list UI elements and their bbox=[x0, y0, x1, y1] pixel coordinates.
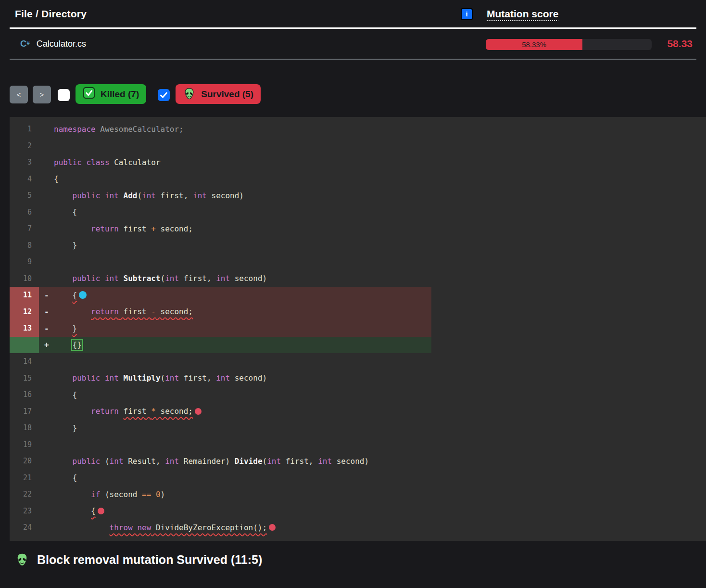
line-number: 1 bbox=[10, 121, 39, 138]
code-line: 9 bbox=[10, 254, 706, 270]
code-line: 21 { bbox=[10, 470, 706, 486]
line-number: 19 bbox=[10, 436, 39, 453]
line-number: 8 bbox=[10, 237, 39, 254]
alien-icon bbox=[14, 552, 30, 568]
mutant-dot[interactable] bbox=[195, 408, 202, 415]
line-number: 9 bbox=[10, 254, 39, 270]
killed-filter-button[interactable]: Killed (7) bbox=[76, 84, 146, 104]
code-line: 10 public int Subtract(int first, int se… bbox=[10, 270, 706, 287]
mutation-score-progress-bar: 58.33% bbox=[486, 39, 652, 50]
code-line: 6 { bbox=[10, 204, 706, 221]
code-line: 17 return first * second; bbox=[10, 403, 706, 420]
diff-marker: - bbox=[39, 291, 54, 300]
info-icon[interactable]: i bbox=[461, 8, 473, 20]
line-number bbox=[10, 337, 39, 354]
line-number: 4 bbox=[10, 171, 39, 188]
code-line: 15 public int Multiply(int first, int se… bbox=[10, 370, 706, 387]
code-line: + {} bbox=[10, 337, 706, 354]
line-number: 5 bbox=[10, 187, 39, 204]
line-number: 22 bbox=[10, 486, 39, 503]
line-number: 24 bbox=[10, 519, 39, 536]
diff-marker: - bbox=[39, 307, 54, 316]
code-line: 2 bbox=[10, 138, 706, 154]
file-directory-heading: File / Directory bbox=[10, 8, 87, 20]
line-number: 17 bbox=[10, 403, 39, 420]
selected-mutation-bar: Block removal mutation Survived (11:5) bbox=[0, 541, 706, 588]
previous-mutant-button[interactable]: < bbox=[10, 86, 28, 103]
line-number: 11 bbox=[10, 287, 39, 304]
code-line: 19 bbox=[10, 436, 706, 453]
selected-mutation-text: Block removal mutation Survived (11:5) bbox=[37, 553, 262, 567]
mutation-score-value: 58.33 bbox=[667, 29, 693, 59]
code-line: 11- { bbox=[10, 287, 706, 304]
code-line: 18 } bbox=[10, 420, 706, 436]
mutant-dot[interactable] bbox=[269, 524, 276, 531]
line-number: 21 bbox=[10, 470, 39, 486]
code-editor: 1namespace AwesomeCalculator;23public cl… bbox=[10, 117, 706, 541]
line-number: 2 bbox=[10, 138, 39, 154]
file-row[interactable]: C# Calculator.cs 58.33% 58.33 bbox=[10, 29, 696, 60]
code-line: 8 } bbox=[10, 237, 706, 254]
survived-filter-checkbox[interactable] bbox=[158, 89, 170, 101]
line-number: 7 bbox=[10, 220, 39, 237]
line-number: 15 bbox=[10, 370, 39, 387]
code-line: 1namespace AwesomeCalculator; bbox=[10, 121, 706, 138]
selected-mutant-dot[interactable] bbox=[79, 291, 87, 299]
code-line: 22 if (second == 0) bbox=[10, 486, 706, 503]
line-number: 10 bbox=[10, 270, 39, 287]
progress-label: 58.33% bbox=[522, 40, 546, 49]
diff-marker: + bbox=[39, 340, 54, 349]
alien-icon bbox=[183, 88, 196, 101]
table-header-row: File / Directory i Mutation score bbox=[10, 0, 696, 29]
csharp-file-icon: C# bbox=[20, 38, 30, 49]
line-number: 13 bbox=[10, 320, 39, 337]
progress-fill: 58.33% bbox=[486, 39, 582, 50]
next-mutant-button[interactable]: > bbox=[33, 86, 51, 103]
killed-filter-checkbox[interactable] bbox=[58, 89, 70, 101]
line-number: 6 bbox=[10, 204, 39, 221]
code-line: 14 bbox=[10, 353, 706, 370]
code-line: 24 throw new DivideByZeroException(); bbox=[10, 519, 706, 536]
mutation-score-heading[interactable]: Mutation score bbox=[487, 0, 558, 27]
code-line: 13- } bbox=[10, 320, 706, 337]
line-number: 18 bbox=[10, 420, 39, 436]
code-line: 5 public int Add(int first, int second) bbox=[10, 187, 706, 204]
code-line: 20 public (int Result, int Remainder) Di… bbox=[10, 453, 706, 470]
code-line: 12- return first - second; bbox=[10, 304, 706, 320]
code-line: 23 { bbox=[10, 503, 706, 520]
line-number: 14 bbox=[10, 353, 39, 370]
line-number: 12 bbox=[10, 304, 39, 320]
file-name[interactable]: Calculator.cs bbox=[37, 39, 86, 49]
mutation-report-page: File / Directory i Mutation score C# Cal… bbox=[0, 0, 706, 588]
code-line: 7 return first + second; bbox=[10, 220, 706, 237]
line-number: 16 bbox=[10, 386, 39, 403]
mutant-dot[interactable] bbox=[98, 508, 104, 514]
line-number: 23 bbox=[10, 503, 39, 520]
survived-filter-label: Survived (5) bbox=[201, 89, 253, 100]
code-line: 4{ bbox=[10, 171, 706, 188]
code-line: 16 { bbox=[10, 386, 706, 403]
checkbox-check-icon bbox=[160, 92, 167, 98]
killed-filter-label: Killed (7) bbox=[101, 89, 139, 100]
survived-filter-button[interactable]: Survived (5) bbox=[176, 84, 261, 104]
code-line: 3public class Calculator bbox=[10, 154, 706, 171]
filter-controls: < > Killed (7) bbox=[10, 84, 706, 104]
line-number: 3 bbox=[10, 154, 39, 171]
check-mark-button-icon bbox=[83, 87, 95, 102]
line-number: 20 bbox=[10, 453, 39, 470]
diff-marker: - bbox=[39, 324, 54, 333]
